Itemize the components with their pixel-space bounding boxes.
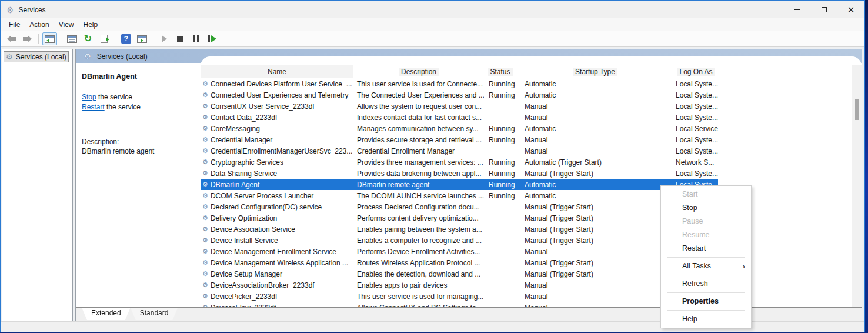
table-row[interactable]: ⚙Device Install ServiceEnables a compute… bbox=[201, 235, 718, 246]
context-menu-help[interactable]: Help bbox=[661, 312, 751, 326]
taskpad-view-button[interactable] bbox=[135, 32, 149, 45]
service-status-cell: Running bbox=[484, 181, 516, 189]
properties-icon bbox=[67, 35, 77, 43]
forward-arrow-button[interactable] bbox=[20, 32, 35, 45]
service-status-cell: Running bbox=[484, 158, 516, 166]
table-row[interactable]: ⚙CoreMessagingManages communication betw… bbox=[201, 123, 718, 134]
start-service-button[interactable] bbox=[157, 32, 172, 45]
restart-service-button[interactable] bbox=[205, 32, 219, 45]
tab-standard[interactable]: Standard bbox=[131, 308, 178, 320]
service-name: Credential Manager bbox=[211, 136, 272, 144]
service-logon-cell: Local Syste... bbox=[674, 169, 718, 178]
table-row[interactable]: ⚙Cryptographic ServicesProvides three ma… bbox=[201, 156, 718, 168]
table-row[interactable]: ⚙DBmarlin AgentDBmarlin remote agentRunn… bbox=[201, 179, 718, 190]
context-menu-restart[interactable]: Restart bbox=[661, 242, 751, 255]
table-row[interactable]: ⚙Delivery OptimizationPerforms content d… bbox=[201, 212, 718, 224]
selected-service-title: DBmarlin Agent bbox=[82, 72, 196, 81]
service-startup-type-cell: Manual bbox=[516, 292, 674, 301]
column-header-log-on-as[interactable]: Log On As bbox=[674, 68, 718, 76]
help-button[interactable] bbox=[119, 32, 133, 45]
column-header-status[interactable]: Status bbox=[484, 68, 516, 76]
close-button[interactable]: ✕ bbox=[837, 1, 864, 18]
vertical-scrollbar[interactable] bbox=[852, 65, 862, 307]
scrollbar-thumb[interactable] bbox=[855, 99, 859, 120]
table-row[interactable]: ⚙Connected Devices Platform User Service… bbox=[201, 78, 718, 89]
table-row[interactable]: ⚙Data Sharing ServiceProvides data broke… bbox=[201, 168, 718, 179]
context-menu-stop[interactable]: Stop bbox=[661, 201, 751, 215]
table-row[interactable]: ⚙Credential ManagerProvides secure stora… bbox=[201, 134, 718, 145]
column-header-description[interactable]: Description bbox=[353, 68, 484, 76]
service-logon-cell: Local Syste... bbox=[674, 91, 718, 99]
service-description: Description: DBmarlin remote agent bbox=[82, 137, 196, 156]
stop-service-button[interactable] bbox=[173, 32, 188, 45]
table-row[interactable]: ⚙Device Management Enrollment ServicePer… bbox=[201, 246, 718, 257]
table-row[interactable]: ⚙Device Management Wireless Application … bbox=[201, 257, 718, 268]
table-row[interactable]: ⚙DeviceAssociationBroker_2233dfEnables a… bbox=[201, 279, 718, 291]
context-menu-refresh[interactable]: Refresh bbox=[661, 277, 751, 291]
table-row[interactable]: ⚙Declared Configuration(DC) serviceProce… bbox=[201, 201, 718, 212]
service-startup-type-cell: Manual (Trigger Start) bbox=[516, 225, 674, 234]
service-description-cell: Manages communication between sy... bbox=[353, 125, 484, 133]
services-gear-icon: ⚙ bbox=[6, 52, 13, 61]
services-list: NameDescriptionStatusStartup TypeLog On … bbox=[201, 56, 862, 307]
pause-service-icon bbox=[193, 35, 199, 42]
service-name-cell: ⚙DeviceAssociationBroker_2233df bbox=[201, 281, 353, 289]
stop-service-line: Stop the service bbox=[82, 92, 196, 102]
context-menu-separator bbox=[667, 275, 745, 275]
restart-service-text: the service bbox=[105, 103, 141, 111]
table-row[interactable]: ⚙CredentialEnrollmentManagerUserSvc_223.… bbox=[201, 145, 718, 156]
service-gear-icon: ⚙ bbox=[202, 91, 208, 99]
service-name-cell: ⚙DCOM Server Process Launcher bbox=[201, 192, 353, 200]
tab-extended[interactable]: Extended bbox=[82, 308, 131, 320]
maximize-button[interactable] bbox=[810, 1, 837, 18]
table-row[interactable]: ⚙Device Setup ManagerEnables the detecti… bbox=[201, 268, 718, 279]
stop-service-icon bbox=[177, 36, 183, 42]
table-row[interactable]: ⚙DevicePicker_2233dfThis user service is… bbox=[201, 291, 718, 302]
services-table-header: NameDescriptionStatusStartup TypeLog On … bbox=[201, 65, 718, 78]
service-gear-icon: ⚙ bbox=[202, 292, 208, 300]
service-startup-type-cell: Automatic bbox=[516, 181, 674, 189]
service-name: Device Association Service bbox=[211, 225, 295, 234]
context-menu-separator bbox=[667, 257, 745, 258]
context-menu-all-tasks[interactable]: All Tasks› bbox=[661, 259, 751, 273]
restart-service-link[interactable]: Restart bbox=[82, 103, 105, 111]
context-menu-properties[interactable]: Properties bbox=[661, 295, 751, 308]
table-row[interactable]: ⚙Device Association ServiceEnables pairi… bbox=[201, 224, 718, 235]
service-description-cell: Enables the detection, download and ... bbox=[353, 270, 484, 278]
export-list-button[interactable] bbox=[96, 32, 111, 45]
context-menu-start: Start bbox=[661, 188, 751, 201]
column-header-label: Log On As bbox=[677, 68, 715, 76]
refresh-button[interactable] bbox=[81, 32, 95, 45]
service-gear-icon: ⚙ bbox=[202, 158, 208, 166]
toolbar-separator bbox=[153, 34, 153, 44]
menu-action[interactable]: Action bbox=[25, 19, 54, 31]
service-name-cell: ⚙Device Association Service bbox=[201, 225, 353, 234]
properties-button[interactable] bbox=[65, 32, 79, 45]
back-arrow-button[interactable] bbox=[4, 32, 19, 45]
service-name: Declared Configuration(DC) service bbox=[211, 203, 322, 211]
table-row[interactable]: ⚙DCOM Server Process LauncherThe DCOMLAU… bbox=[201, 190, 718, 201]
start-service-icon bbox=[162, 35, 167, 42]
tree-item-label: Services (Local) bbox=[16, 53, 66, 61]
service-name: ConsentUX User Service_2233df bbox=[211, 102, 315, 111]
show-console-tree-button[interactable] bbox=[42, 32, 57, 45]
menu-file[interactable]: File bbox=[4, 19, 25, 31]
service-name: Connected Devices Platform User Service_… bbox=[211, 80, 352, 88]
column-header-name[interactable]: Name bbox=[201, 65, 353, 78]
stop-service-link[interactable]: Stop bbox=[82, 93, 96, 101]
column-header-startup-type[interactable]: Startup Type bbox=[516, 68, 674, 76]
minimize-button[interactable] bbox=[783, 1, 810, 18]
table-row[interactable]: ⚙ConsentUX User Service_2233dfAllows the… bbox=[201, 101, 718, 112]
table-row[interactable]: ⚙DevicesFlow_2233dfAllows ConnectUX and … bbox=[201, 302, 718, 307]
service-name-cell: ⚙Device Management Enrollment Service bbox=[201, 248, 353, 256]
tree-item-services-local[interactable]: ⚙ Services (Local) bbox=[4, 51, 69, 62]
table-row[interactable]: ⚙Connected User Experiences and Telemetr… bbox=[201, 89, 718, 101]
table-row[interactable]: ⚙Contact Data_2233dfIndexes contact data… bbox=[201, 112, 718, 123]
service-startup-type-cell: Automatic bbox=[516, 91, 674, 99]
menu-help[interactable]: Help bbox=[79, 19, 103, 31]
service-gear-icon: ⚙ bbox=[202, 214, 208, 222]
pause-service-button[interactable] bbox=[189, 32, 203, 45]
menu-view[interactable]: View bbox=[54, 19, 79, 31]
service-description-cell: The Connected User Experiences and ... bbox=[353, 91, 484, 99]
service-action-links: Stop the service Restart the service bbox=[82, 92, 196, 112]
